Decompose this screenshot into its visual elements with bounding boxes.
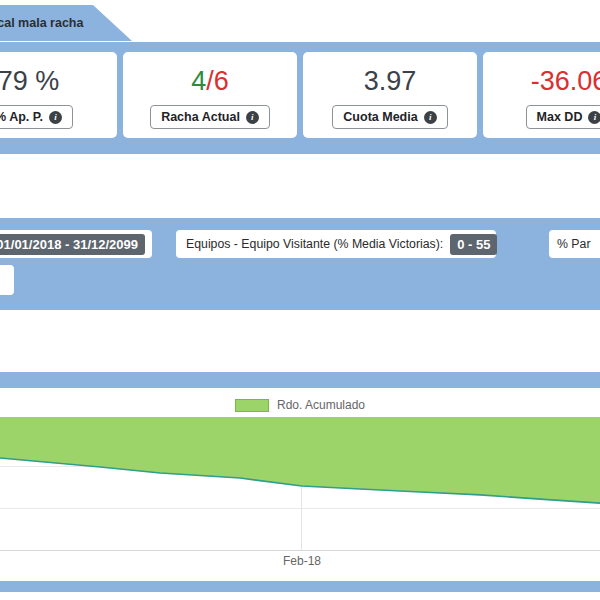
filter-label: Equipos - Equipo Visitante (% Media Vict… (186, 237, 443, 251)
stat-label-text: Racha Actual (161, 110, 240, 124)
info-icon[interactable]: i (49, 111, 62, 124)
stat-card-racha-actual: 4/6 Racha Actual i (123, 52, 297, 138)
visitor-range-badge: 0 - 55 (450, 234, 497, 255)
legend-swatch-rdo-acumulado[interactable] (235, 399, 269, 412)
info-icon[interactable]: i (246, 111, 259, 124)
tab-label: Local mala racha (0, 16, 83, 30)
info-icon[interactable]: i (588, 111, 600, 124)
stat-value-max-dd: -36.06 (531, 65, 600, 97)
filter-partial[interactable]: % Par (549, 230, 600, 258)
tab-local-mala-racha[interactable]: Local mala racha (0, 5, 132, 41)
stat-card-max-dd: -36.06 Max DD i (483, 52, 600, 138)
stat-label-max-dd[interactable]: Max DD i (526, 105, 600, 129)
stat-card-cuota-media: 3.97 Cuota Media i (303, 52, 477, 138)
filter-label: % Par (557, 237, 591, 251)
streak-total: /6 (206, 66, 229, 96)
filter-extra-chip[interactable] (0, 265, 14, 295)
stat-label-ap-p[interactable]: % Ap. P. i (0, 105, 73, 129)
date-range-badge: 01/01/2018 - 31/12/2099 (0, 234, 145, 255)
area-chart[interactable] (0, 417, 600, 551)
filter-date-range[interactable]: 01/01/2018 - 31/12/2099 (0, 230, 152, 258)
streak-wins: 4 (191, 66, 206, 96)
stat-label-text: Max DD (537, 110, 583, 124)
chart-panel-bottom-border (0, 581, 600, 592)
stat-label-text: % Ap. P. (0, 110, 43, 124)
x-axis-tick-feb-18: Feb-18 (252, 554, 352, 568)
filters-panel: 01/01/2018 - 31/12/2099 Equipos - Equipo… (0, 218, 600, 310)
stat-label-cuota-media[interactable]: Cuota Media i (332, 105, 447, 129)
area-fill (0, 417, 600, 503)
stat-value-racha-actual: 4/6 (191, 65, 229, 97)
accumulated-result-area (0, 417, 600, 550)
stat-card-ap-p: 79 % % Ap. P. i (0, 52, 117, 138)
stat-value-cuota-media: 3.97 (364, 65, 417, 97)
info-icon[interactable]: i (424, 111, 437, 124)
stat-value-ap-p: 79 % (0, 65, 59, 97)
stats-panel: 79 % % Ap. P. i 4/6 Racha Actual i 3.97 … (0, 42, 600, 154)
stat-label-racha-actual[interactable]: Racha Actual i (150, 105, 270, 129)
filter-visitor-win-rate[interactable]: Equipos - Equipo Visitante (% Media Vict… (176, 230, 496, 258)
chart-panel-top-border (0, 372, 600, 388)
dashboard-page: Local mala racha 79 % % Ap. P. i 4/6 Rac… (0, 0, 600, 600)
legend-label-rdo-acumulado[interactable]: Rdo. Acumulado (277, 398, 365, 412)
chart-legend: Rdo. Acumulado (0, 398, 600, 412)
stat-label-text: Cuota Media (343, 110, 417, 124)
